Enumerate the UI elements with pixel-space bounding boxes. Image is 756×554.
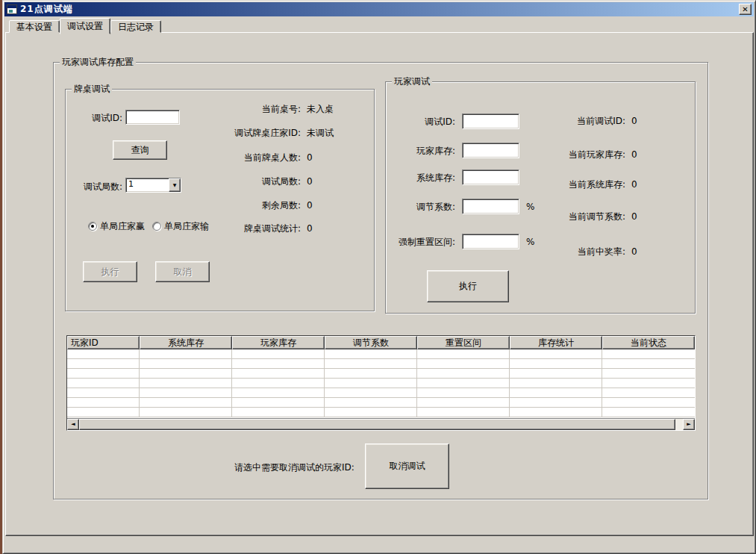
group-table-debug: 牌桌调试 调试ID: 查询 调试局数: 1 ▼ 单局庄家赢 单局庄家输 执行 取… — [65, 89, 375, 311]
stat-current-adjust-factor: 当前调节系数: 0 — [386, 211, 696, 222]
stat-current-win-rate: 当前中奖率: 0 — [386, 246, 696, 258]
stat-remaining-rounds: 剩余局数: 0 — [66, 199, 375, 211]
list-body — [67, 349, 695, 418]
group-title: 牌桌调试 — [72, 84, 112, 94]
stat-value: 0 — [631, 246, 637, 258]
title-bar[interactable]: 21点调试端 ✕ — [4, 2, 754, 16]
stat-label: 当前玩家库存: — [539, 149, 625, 161]
column-header-current-status[interactable]: 当前状态 — [602, 336, 695, 349]
cancel-hint-label: 请选中需要取消调试的玩家ID: — [234, 460, 354, 475]
table-cancel-button: 取消 — [155, 261, 210, 282]
scroll-left-icon: ◄ — [71, 421, 75, 427]
list-header: 玩家ID 系统库存 玩家库存 调节系数 重置区间 库存统计 当前状态 — [67, 336, 695, 349]
table-execute-button: 执行 — [83, 261, 137, 282]
stat-current-debug-id: 当前调试ID: 0 — [386, 115, 696, 127]
table-row[interactable] — [67, 369, 695, 379]
player-execute-button[interactable]: 执行 — [427, 270, 509, 302]
stat-current-player-stock: 当前玩家库存: 0 — [386, 149, 696, 161]
stat-debug-dealer-id: 调试牌桌庄家ID: 未调试 — [66, 127, 375, 139]
stat-value: 未入桌 — [307, 103, 334, 115]
column-header-player-stock[interactable]: 玩家库存 — [232, 336, 325, 349]
stat-debug-rounds: 调试局数: 0 — [66, 175, 375, 187]
stat-current-table: 当前桌号: 未入桌 — [66, 103, 375, 115]
cancel-debug-button[interactable]: 取消调试 — [365, 443, 449, 489]
stat-label: 当前系统库存: — [539, 178, 625, 190]
scroll-left-button[interactable]: ◄ — [67, 419, 79, 430]
close-button[interactable]: ✕ — [739, 4, 752, 15]
stat-label: 当前桌号: — [207, 103, 301, 115]
stat-table-debug-total: 牌桌调试统计: 0 — [66, 222, 375, 234]
stat-value: 0 — [307, 175, 313, 187]
stat-current-system-stock: 当前系统库存: 0 — [386, 178, 696, 190]
scroll-right-icon: ► — [687, 421, 690, 427]
stat-value: 未调试 — [307, 127, 334, 139]
table-row[interactable] — [67, 349, 695, 359]
stat-value: 0 — [631, 211, 637, 222]
column-header-stock-total[interactable]: 库存统计 — [510, 336, 602, 349]
stat-label: 当前调试ID: — [539, 115, 625, 127]
column-header-adjust-factor[interactable]: 调节系数 — [325, 336, 417, 349]
stat-label: 牌桌调试统计: — [207, 222, 301, 234]
stat-table-player-count: 当前牌桌人数: 0 — [66, 152, 375, 164]
player-list: 玩家ID 系统库存 玩家库存 调节系数 重置区间 库存统计 当前状态 ◄ — [66, 335, 696, 431]
scroll-track — [675, 419, 683, 430]
stat-label: 当前中奖率: — [539, 246, 625, 258]
stat-value: 0 — [631, 115, 637, 127]
table-row[interactable] — [67, 408, 695, 417]
group-title: 玩家调试 — [392, 76, 432, 87]
column-header-system-stock[interactable]: 系统库存 — [140, 336, 232, 349]
stat-label: 调试牌桌庄家ID: — [207, 127, 301, 139]
h-scrollbar: ◄ ► — [67, 418, 695, 430]
column-header-reset-range[interactable]: 重置区间 — [417, 336, 510, 349]
stat-value: 0 — [307, 152, 313, 164]
table-row[interactable] — [67, 398, 695, 408]
table-row[interactable] — [67, 388, 695, 398]
tab-log-records[interactable]: 日志记录 — [110, 20, 161, 33]
stat-label: 当前牌桌人数: — [207, 152, 301, 164]
group-player-debug: 玩家调试 调试ID: 玩家库存: 系统库存: 调节系数: % — [385, 81, 696, 314]
tab-debug-settings[interactable]: 调试设置 — [60, 18, 110, 34]
stat-label: 调试局数: — [207, 175, 301, 187]
table-row[interactable] — [67, 379, 695, 388]
stat-value: 0 — [307, 199, 313, 211]
app-window: 21点调试端 ✕ 基本设置 调试设置 日志记录 玩家调试库存配置 牌桌调试 调试… — [2, 0, 756, 554]
stat-label: 当前调节系数: — [539, 211, 625, 222]
close-icon: ✕ — [742, 5, 748, 13]
column-header-player-id[interactable]: 玩家ID — [67, 336, 140, 349]
stat-value: 0 — [631, 149, 637, 161]
table-row[interactable] — [67, 359, 695, 369]
tab-strip: 基本设置 调试设置 日志记录 — [9, 19, 161, 33]
scroll-thumb[interactable] — [79, 419, 675, 430]
tab-page-debug-settings: 玩家调试库存配置 牌桌调试 调试ID: 查询 调试局数: 1 ▼ 单局庄家赢 单… — [5, 32, 754, 536]
tab-basic-settings[interactable]: 基本设置 — [9, 20, 60, 33]
stat-value: 0 — [631, 178, 637, 190]
group-title: 玩家调试库存配置 — [60, 57, 136, 67]
stat-value: 0 — [307, 222, 313, 234]
window-title: 21点调试端 — [20, 3, 73, 16]
stat-label: 剩余局数: — [207, 199, 301, 211]
app-icon — [7, 4, 17, 14]
scroll-right-button[interactable]: ► — [683, 419, 695, 430]
